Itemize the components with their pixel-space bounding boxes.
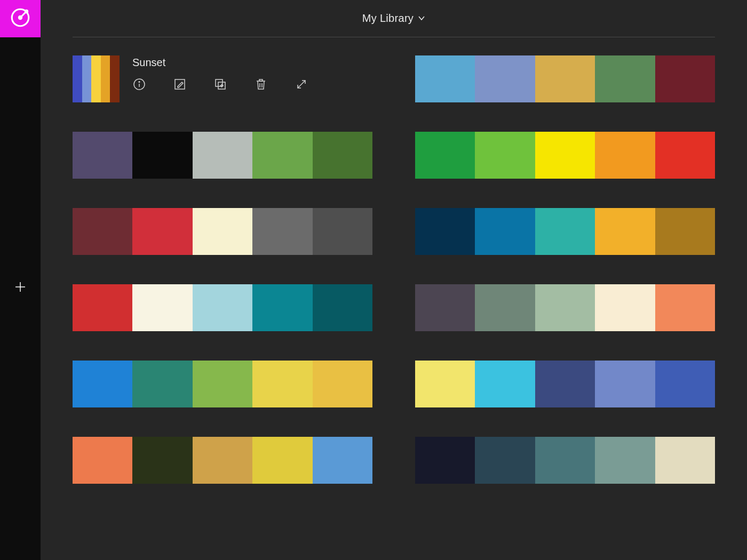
palette-item[interactable]	[415, 208, 715, 255]
color-swatch	[313, 132, 372, 179]
color-swatch	[535, 132, 595, 179]
palette-item[interactable]	[415, 284, 715, 331]
delete-button[interactable]	[254, 78, 268, 92]
palette-item[interactable]	[73, 284, 372, 331]
color-swatch	[535, 437, 595, 484]
color-swatch	[475, 132, 535, 179]
expand-icon	[295, 78, 308, 93]
color-swatch	[73, 284, 132, 331]
color-swatch	[415, 361, 475, 407]
color-swatch	[193, 284, 252, 331]
info-button[interactable]	[132, 78, 146, 92]
color-swatch	[595, 132, 655, 179]
plus-icon	[14, 281, 27, 295]
main-area: My Library Sunset	[41, 0, 747, 560]
duplicate-button[interactable]	[213, 78, 227, 92]
color-swatch	[313, 284, 372, 331]
palette-item[interactable]	[73, 132, 372, 179]
color-swatch	[415, 284, 475, 331]
color-swatch	[73, 55, 82, 102]
color-swatch	[101, 55, 110, 102]
edit-button[interactable]	[173, 78, 187, 92]
color-wheel-icon	[9, 6, 31, 31]
expand-button[interactable]	[295, 78, 308, 92]
selected-palette-actions	[132, 78, 372, 92]
color-swatch	[475, 361, 535, 407]
color-swatch	[415, 132, 475, 179]
palette-item[interactable]	[415, 55, 715, 102]
color-swatch	[655, 361, 715, 407]
selected-palette-meta: Sunset	[132, 55, 372, 92]
color-swatch	[313, 437, 372, 484]
color-swatch	[252, 437, 312, 484]
edit-icon	[173, 78, 186, 93]
color-swatch	[313, 208, 372, 255]
color-swatch	[535, 208, 595, 255]
color-swatch	[655, 208, 715, 255]
color-swatch	[132, 132, 192, 179]
library-dropdown[interactable]: My Library	[73, 0, 715, 37]
color-swatch	[132, 437, 192, 484]
color-swatch	[655, 437, 715, 484]
color-swatch	[475, 55, 535, 102]
color-swatch	[415, 55, 475, 102]
color-swatch	[132, 208, 192, 255]
selected-palette-name: Sunset	[132, 57, 372, 69]
color-swatch	[193, 132, 252, 179]
color-swatch	[73, 132, 132, 179]
palette-item[interactable]	[73, 208, 372, 255]
svg-point-7	[138, 81, 140, 83]
app-logo[interactable]	[0, 0, 41, 37]
color-swatch	[193, 361, 252, 407]
library-label: My Library	[362, 12, 414, 25]
selected-palette: Sunset	[73, 55, 372, 102]
color-swatch	[82, 55, 92, 102]
color-swatch	[73, 208, 132, 255]
color-swatch	[475, 284, 535, 331]
svg-line-16	[298, 81, 305, 88]
color-swatch	[595, 437, 655, 484]
color-swatch	[193, 437, 252, 484]
color-swatch	[415, 437, 475, 484]
color-swatch	[132, 361, 192, 407]
color-swatch	[73, 437, 132, 484]
color-swatch	[535, 284, 595, 331]
palette-item[interactable]	[415, 437, 715, 484]
color-swatch	[252, 132, 312, 179]
info-icon	[133, 78, 146, 93]
color-swatch	[110, 55, 120, 102]
color-swatch	[535, 361, 595, 407]
color-swatch	[535, 55, 595, 102]
palette-item[interactable]	[415, 132, 715, 179]
color-swatch	[475, 208, 535, 255]
color-swatch	[655, 284, 715, 331]
color-swatch	[252, 361, 312, 407]
selected-palette-thumbnail[interactable]	[73, 55, 120, 102]
color-swatch	[252, 208, 312, 255]
color-swatch	[595, 284, 655, 331]
color-swatch	[655, 132, 715, 179]
color-swatch	[655, 55, 715, 102]
add-button[interactable]	[9, 276, 32, 300]
trash-icon	[255, 78, 267, 93]
color-swatch	[132, 284, 192, 331]
color-swatch	[193, 208, 252, 255]
duplicate-icon	[214, 78, 227, 93]
color-swatch	[91, 55, 101, 102]
color-swatch	[415, 208, 475, 255]
palette-grid: Sunset	[73, 50, 715, 484]
sidebar	[0, 0, 41, 560]
palette-item[interactable]	[73, 361, 372, 407]
palette-item[interactable]	[415, 361, 715, 407]
color-swatch	[595, 361, 655, 407]
chevron-down-icon	[418, 12, 425, 25]
color-swatch	[313, 361, 372, 407]
color-swatch	[73, 361, 132, 407]
color-swatch	[595, 208, 655, 255]
color-swatch	[475, 437, 535, 484]
color-swatch	[252, 284, 312, 331]
palette-item[interactable]	[73, 437, 372, 484]
color-swatch	[595, 55, 655, 102]
svg-line-3	[20, 11, 27, 18]
